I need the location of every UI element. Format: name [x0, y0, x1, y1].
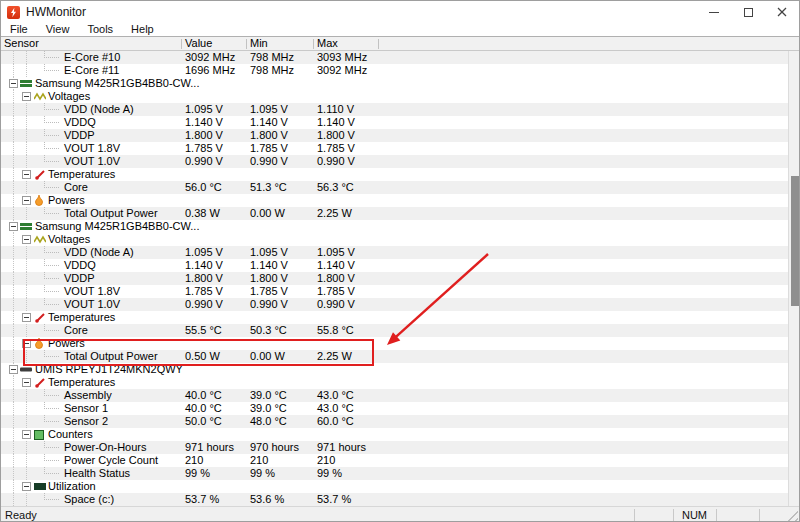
- column-separator[interactable]: [378, 39, 379, 49]
- column-header-max[interactable]: Max: [317, 37, 338, 50]
- tree-row[interactable]: Samsung M425R1GB4BB0-CW...: [1, 77, 788, 90]
- tree-row[interactable]: Power-On-Hours971 hours970 hours971 hour…: [1, 441, 788, 454]
- tree-row[interactable]: VOUT 1.0V0.990 V0.990 V0.990 V: [1, 298, 788, 311]
- sensor-label: Powers: [48, 337, 85, 350]
- sensor-label: VDDP: [64, 129, 95, 142]
- min-cell: 1.785 V: [250, 142, 288, 155]
- menu-help[interactable]: Help: [122, 23, 163, 36]
- tree-row[interactable]: VDDP1.800 V1.800 V1.800 V: [1, 272, 788, 285]
- tree-connector: [13, 350, 14, 363]
- status-separator: [634, 509, 635, 521]
- tree-row[interactable]: Power Cycle Count210210210: [1, 454, 788, 467]
- sensor-label: Power Cycle Count: [64, 454, 158, 467]
- tree-row[interactable]: Powers: [1, 194, 788, 207]
- max-cell: 60.0 °C: [317, 415, 354, 428]
- hwmonitor-window: HWMonitor File View Tools Help Sensor Va…: [0, 0, 800, 522]
- ram-icon: [20, 78, 34, 89]
- column-header-sensor[interactable]: Sensor: [4, 37, 39, 50]
- close-button[interactable]: [765, 1, 799, 23]
- tree-row[interactable]: VDDQ1.140 V1.140 V1.140 V: [1, 116, 788, 129]
- expand-box[interactable]: [22, 339, 31, 348]
- tree-connector: [26, 454, 27, 467]
- tree-row[interactable]: VDD (Node A)1.095 V1.095 V1.110 V: [1, 103, 788, 116]
- min-cell: 39.0 °C: [250, 389, 287, 402]
- tree-row[interactable]: Utilization: [1, 480, 788, 493]
- value-cell: 40.0 °C: [185, 389, 222, 402]
- expand-box[interactable]: [22, 430, 31, 439]
- tree-row[interactable]: E-Core #111696 MHz798 MHz3092 MHz: [1, 64, 788, 77]
- tree-row[interactable]: Voltages: [1, 90, 788, 103]
- column-separator[interactable]: [246, 39, 247, 49]
- expand-box[interactable]: [9, 79, 18, 88]
- value-cell: 1.785 V: [185, 142, 223, 155]
- tree-row[interactable]: Temperatures: [1, 376, 788, 389]
- tree-row[interactable]: Core55.5 °C50.3 °C55.8 °C: [1, 324, 788, 337]
- tree-row[interactable]: Temperatures: [1, 168, 788, 181]
- column-separator[interactable]: [313, 39, 314, 49]
- tree-row[interactable]: Voltages: [1, 233, 788, 246]
- tree-row[interactable]: Counters: [1, 428, 788, 441]
- minimize-button[interactable]: [697, 1, 731, 23]
- voltage-icon: [34, 234, 48, 245]
- tree-row[interactable]: VDDP1.800 V1.800 V1.800 V: [1, 129, 788, 142]
- tree-row[interactable]: UMIS RPEYJ1T24MKN2QWY: [1, 363, 788, 376]
- tree-row[interactable]: Total Output Power0.38 W0.00 W2.25 W: [1, 207, 788, 220]
- tree-row[interactable]: VDDQ1.140 V1.140 V1.140 V: [1, 259, 788, 272]
- expand-box[interactable]: [9, 365, 18, 374]
- max-cell: 43.0 °C: [317, 389, 354, 402]
- tree-connector: [26, 64, 27, 77]
- column-header-value[interactable]: Value: [185, 37, 212, 50]
- tree-row[interactable]: VOUT 1.0V0.990 V0.990 V0.990 V: [1, 155, 788, 168]
- tree-row[interactable]: Sensor 250.0 °C48.0 °C60.0 °C: [1, 415, 788, 428]
- vertical-scrollbar[interactable]: [788, 51, 800, 506]
- tree-row[interactable]: Core56.0 °C51.3 °C56.3 °C: [1, 181, 788, 194]
- min-cell: 0.990 V: [250, 298, 288, 311]
- expand-box[interactable]: [22, 482, 31, 491]
- menu-file[interactable]: File: [1, 23, 37, 36]
- tree-row[interactable]: Temperatures: [1, 311, 788, 324]
- sensor-label: VDD (Node A): [64, 246, 134, 259]
- tree-connector: [13, 246, 14, 259]
- tree-connector: [13, 64, 14, 77]
- tree-connector: [26, 155, 27, 168]
- tree-row[interactable]: Sensor 140.0 °C39.0 °C43.0 °C: [1, 402, 788, 415]
- tree-connector: [13, 298, 14, 311]
- expand-box[interactable]: [9, 222, 18, 231]
- menu-view[interactable]: View: [37, 23, 79, 36]
- sensor-label: Counters: [48, 428, 93, 441]
- tree-connector: [44, 213, 59, 214]
- tree-row[interactable]: VOUT 1.8V1.785 V1.785 V1.785 V: [1, 142, 788, 155]
- expand-box[interactable]: [22, 92, 31, 101]
- tree-connector: [26, 350, 27, 363]
- expand-box[interactable]: [22, 378, 31, 387]
- tree-connector: [13, 324, 14, 337]
- tree-row[interactable]: Space (c:)53.7 %53.6 %53.7 %: [1, 493, 788, 506]
- column-separator[interactable]: [181, 39, 182, 49]
- tree-row[interactable]: VOUT 1.8V1.785 V1.785 V1.785 V: [1, 285, 788, 298]
- max-cell: 1.095 V: [317, 246, 355, 259]
- tree-row[interactable]: VDD (Node A)1.095 V1.095 V1.095 V: [1, 246, 788, 259]
- expand-box[interactable]: [22, 170, 31, 179]
- tree-row[interactable]: Powers: [1, 337, 788, 350]
- max-cell: 3092 MHz: [317, 64, 367, 77]
- sensor-label: UMIS RPEYJ1T24MKN2QWY: [35, 363, 183, 376]
- maximize-icon: [744, 8, 753, 17]
- tree-row[interactable]: Samsung M425R1GB4BB0-CW...: [1, 220, 788, 233]
- menu-tools[interactable]: Tools: [78, 23, 122, 36]
- status-text: Ready: [5, 507, 37, 522]
- min-cell: 1.785 V: [250, 285, 288, 298]
- expand-box[interactable]: [22, 196, 31, 205]
- tree-row[interactable]: E-Core #103092 MHz798 MHz3093 MHz: [1, 51, 788, 64]
- tree-row[interactable]: Health Status99 %99 %99 %: [1, 467, 788, 480]
- sensor-label: Sensor 2: [64, 415, 108, 428]
- resize-grip[interactable]: [785, 509, 798, 522]
- scrollbar-thumb[interactable]: [791, 176, 799, 306]
- tree-connector: [44, 304, 59, 305]
- column-header-min[interactable]: Min: [250, 37, 268, 50]
- tree-row[interactable]: Assembly40.0 °C39.0 °C43.0 °C: [1, 389, 788, 402]
- maximize-button[interactable]: [731, 1, 765, 23]
- value-cell: 56.0 °C: [185, 181, 222, 194]
- expand-box[interactable]: [22, 313, 31, 322]
- tree-row[interactable]: Total Output Power0.50 W0.00 W2.25 W: [1, 350, 788, 363]
- expand-box[interactable]: [22, 235, 31, 244]
